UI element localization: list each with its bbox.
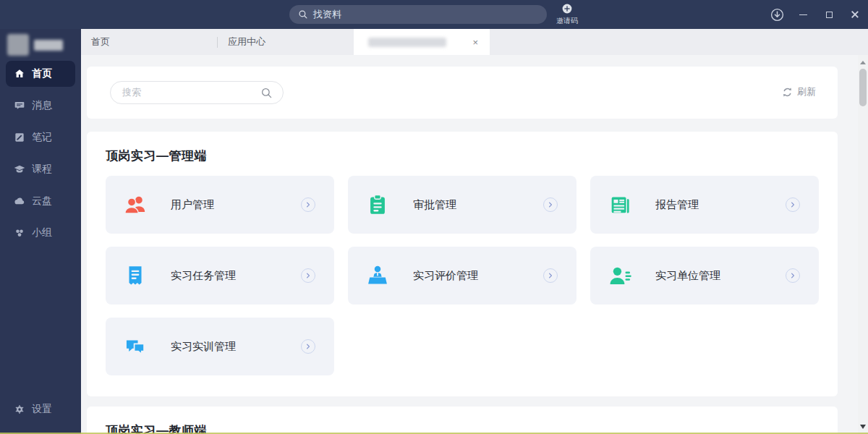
card-label: 报告管理 <box>655 198 699 212</box>
tab-app-center[interactable]: 应用中心 <box>218 29 354 55</box>
sidebar-item-notes[interactable]: 笔记 <box>6 124 75 150</box>
refresh-label: 刷新 <box>797 85 816 98</box>
tab-home[interactable]: 首页 <box>81 29 217 55</box>
blurred-logo-mark <box>7 34 29 56</box>
download-icon <box>770 8 784 22</box>
chevron-right-icon[interactable] <box>786 197 800 212</box>
cloud-icon <box>14 195 25 207</box>
scrollbar[interactable] <box>858 55 868 434</box>
sidebar-item-label: 设置 <box>32 403 52 416</box>
close-icon <box>851 10 859 19</box>
app-card[interactable]: 实习实训管理 <box>106 318 334 375</box>
sidebar-item-groups[interactable]: 小组 <box>6 220 75 246</box>
sidebar-item-label: 笔记 <box>32 131 52 144</box>
sidebar: 首页消息笔记课程云盘小组 设置 <box>0 29 81 434</box>
search-icon <box>260 87 273 99</box>
sidebar-item-label: 课程 <box>32 163 52 176</box>
task-icon <box>123 263 148 288</box>
tab-label: 首页 <box>91 35 110 48</box>
note-icon <box>14 132 25 143</box>
card-label: 实习评价管理 <box>413 269 478 283</box>
card-grid: 用户管理审批管理报告管理实习任务管理实习评价管理实习单位管理实习实训管理 <box>106 176 819 375</box>
blurred-logo-text <box>34 40 63 51</box>
chevron-right-icon[interactable] <box>301 197 315 212</box>
sidebar-item-courses[interactable]: 课程 <box>6 156 75 182</box>
search-input[interactable]: 搜索 <box>110 81 284 104</box>
section-title: 顶岗实习—管理端 <box>106 148 819 164</box>
home-icon <box>14 68 25 80</box>
download-button[interactable] <box>770 7 784 22</box>
search-placeholder: 搜索 <box>122 86 260 99</box>
plus-circle-icon <box>561 3 573 14</box>
sidebar-item-label: 首页 <box>32 67 52 80</box>
search-panel: 搜索 刷新 <box>87 67 838 119</box>
chevron-right-icon[interactable] <box>786 268 800 283</box>
app-card[interactable]: 实习单位管理 <box>590 247 819 305</box>
tab-bar: 首页应用中心× <box>81 29 868 55</box>
close-button[interactable] <box>848 7 862 22</box>
app-card[interactable]: 实习任务管理 <box>106 247 334 305</box>
tab-label: 应用中心 <box>228 35 265 48</box>
scroll-up-arrow-icon[interactable] <box>860 61 866 64</box>
scrollbar-thumb[interactable] <box>859 69 867 106</box>
refresh-icon <box>782 87 793 98</box>
refresh-button[interactable]: 刷新 <box>782 85 816 98</box>
invite-code-label: 邀请码 <box>556 16 578 26</box>
app-card[interactable]: 实习评价管理 <box>348 247 576 305</box>
window-controls <box>770 0 862 29</box>
card-label: 审批管理 <box>413 198 456 212</box>
app-window: 找资料 邀请码 首页消息笔记课程云盘小组 设置 首页应用中心× 搜索 <box>0 0 868 434</box>
app-card[interactable]: 用户管理 <box>106 176 334 234</box>
app-logo <box>7 33 63 56</box>
card-label: 实习实训管理 <box>171 340 236 354</box>
search-icon <box>298 9 308 20</box>
global-search-input[interactable]: 找资料 <box>289 5 547 24</box>
minimize-icon <box>799 14 807 15</box>
scroll-down-arrow-icon[interactable] <box>860 425 866 429</box>
card-label: 实习单位管理 <box>655 269 720 283</box>
close-tab-icon[interactable]: × <box>472 38 478 47</box>
sidebar-item-settings[interactable]: 设置 <box>6 396 75 422</box>
chevron-right-icon[interactable] <box>301 268 315 283</box>
card-label: 用户管理 <box>171 198 214 212</box>
sidebar-item-label: 云盘 <box>32 195 52 208</box>
training-icon <box>123 334 148 359</box>
report-icon <box>608 192 632 217</box>
gear-icon <box>14 404 25 415</box>
sidebar-bottom: 设置 <box>0 396 81 422</box>
chevron-right-icon[interactable] <box>543 268 558 283</box>
global-search-placeholder: 找资料 <box>313 8 341 21</box>
sidebar-item-label: 消息 <box>32 99 52 112</box>
sidebar-item-cloud[interactable]: 云盘 <box>6 188 75 214</box>
course-icon <box>14 163 25 175</box>
evaluation-icon <box>365 263 390 288</box>
chevron-right-icon[interactable] <box>301 339 315 354</box>
sidebar-item-home[interactable]: 首页 <box>6 61 75 87</box>
maximize-button[interactable] <box>822 7 836 22</box>
chevron-right-icon[interactable] <box>543 197 558 212</box>
app-card[interactable]: 报告管理 <box>590 176 819 234</box>
topbar: 找资料 邀请码 <box>0 0 868 29</box>
app-card[interactable]: 审批管理 <box>348 176 576 234</box>
section-admin: 顶岗实习—管理端 用户管理审批管理报告管理实习任务管理实习评价管理实习单位管理实… <box>87 132 838 396</box>
chat-icon <box>14 100 25 111</box>
group-icon <box>14 227 25 239</box>
sidebar-nav: 首页消息笔记课程云盘小组 <box>0 61 81 252</box>
card-label: 实习任务管理 <box>171 269 236 283</box>
invite-code-button[interactable]: 邀请码 <box>550 3 584 26</box>
company-icon <box>608 263 632 288</box>
content-area: 搜索 刷新 顶岗实习—管理端 用户管理审批管理报告管理实习任务管理实习评价管理实… <box>81 55 868 434</box>
blurred-tab-label <box>368 38 446 47</box>
section-teacher: 顶岗实习—教师端 <box>87 407 838 434</box>
minimize-button[interactable] <box>796 7 810 22</box>
sidebar-item-messages[interactable]: 消息 <box>6 93 75 119</box>
tab-current[interactable]: × <box>354 29 490 55</box>
maximize-icon <box>826 12 833 18</box>
sidebar-item-label: 小组 <box>32 226 52 239</box>
clipboard-icon <box>365 192 390 217</box>
users-icon <box>123 192 148 217</box>
